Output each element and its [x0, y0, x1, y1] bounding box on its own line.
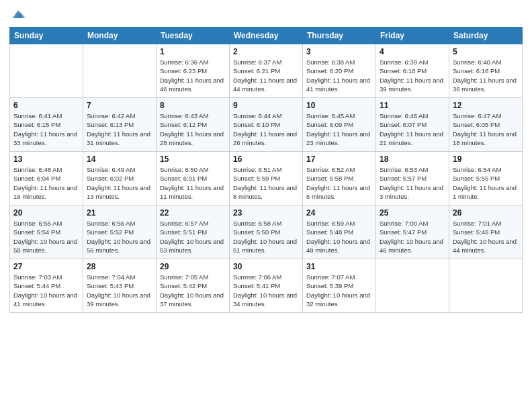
day-number: 27 — [13, 262, 79, 271]
day-number: 3 — [306, 47, 372, 56]
week-row-4: 20Sunrise: 6:55 AM Sunset: 5:54 PM Dayli… — [10, 205, 523, 259]
day-number: 19 — [453, 154, 519, 164]
day-info: Sunrise: 6:55 AM Sunset: 5:54 PM Dayligh… — [13, 219, 79, 255]
calendar-cell: 4Sunrise: 6:39 AM Sunset: 6:18 PM Daylig… — [376, 44, 449, 98]
day-info: Sunrise: 6:51 AM Sunset: 5:59 PM Dayligh… — [233, 165, 299, 201]
day-number: 28 — [87, 262, 152, 271]
day-number: 12 — [453, 101, 519, 110]
calendar-cell: 13Sunrise: 6:48 AM Sunset: 6:04 PM Dayli… — [10, 152, 83, 205]
col-header-thursday: Thursday — [303, 28, 376, 44]
calendar-cell: 1Sunrise: 6:36 AM Sunset: 6:23 PM Daylig… — [157, 44, 230, 98]
week-row-1: 1Sunrise: 6:36 AM Sunset: 6:23 PM Daylig… — [10, 44, 523, 98]
day-number: 20 — [13, 208, 79, 218]
day-number: 17 — [306, 154, 372, 164]
day-info: Sunrise: 6:42 AM Sunset: 6:13 PM Dayligh… — [87, 111, 152, 147]
day-number: 11 — [380, 101, 445, 110]
col-header-friday: Friday — [376, 28, 449, 44]
day-info: Sunrise: 6:45 AM Sunset: 6:09 PM Dayligh… — [306, 111, 372, 147]
calendar-cell: 25Sunrise: 7:00 AM Sunset: 5:47 PM Dayli… — [376, 205, 449, 259]
day-number: 24 — [306, 208, 372, 218]
day-number: 22 — [160, 208, 226, 218]
logo-icon — [11, 7, 26, 21]
calendar-cell: 21Sunrise: 6:56 AM Sunset: 5:52 PM Dayli… — [83, 205, 157, 259]
calendar-cell: 22Sunrise: 6:57 AM Sunset: 5:51 PM Dayli… — [157, 205, 230, 259]
day-info: Sunrise: 6:36 AM Sunset: 6:23 PM Dayligh… — [160, 58, 226, 93]
col-header-saturday: Saturday — [449, 28, 523, 44]
calendar-cell: 28Sunrise: 7:04 AM Sunset: 5:43 PM Dayli… — [83, 259, 157, 313]
day-info: Sunrise: 6:44 AM Sunset: 6:10 PM Dayligh… — [233, 111, 299, 147]
calendar-cell: 30Sunrise: 7:06 AM Sunset: 5:41 PM Dayli… — [230, 259, 303, 313]
col-header-tuesday: Tuesday — [157, 28, 230, 44]
day-number: 5 — [453, 47, 519, 56]
day-info: Sunrise: 7:04 AM Sunset: 5:43 PM Dayligh… — [87, 273, 152, 308]
calendar-cell — [10, 44, 83, 98]
day-info: Sunrise: 6:53 AM Sunset: 5:57 PM Dayligh… — [380, 165, 445, 201]
day-number: 21 — [87, 208, 152, 218]
day-info: Sunrise: 6:58 AM Sunset: 5:50 PM Dayligh… — [233, 219, 299, 255]
calendar-cell: 20Sunrise: 6:55 AM Sunset: 5:54 PM Dayli… — [10, 205, 83, 259]
day-info: Sunrise: 6:43 AM Sunset: 6:12 PM Dayligh… — [160, 111, 226, 147]
day-number: 29 — [160, 262, 226, 271]
calendar-cell: 23Sunrise: 6:58 AM Sunset: 5:50 PM Dayli… — [230, 205, 303, 259]
day-info: Sunrise: 7:07 AM Sunset: 5:39 PM Dayligh… — [306, 273, 372, 308]
day-number: 31 — [306, 262, 372, 271]
day-info: Sunrise: 6:56 AM Sunset: 5:52 PM Dayligh… — [87, 219, 152, 255]
calendar-cell: 26Sunrise: 7:01 AM Sunset: 5:46 PM Dayli… — [449, 205, 523, 259]
day-number: 18 — [380, 154, 445, 164]
calendar-cell: 27Sunrise: 7:03 AM Sunset: 5:44 PM Dayli… — [10, 259, 83, 313]
day-number: 2 — [233, 47, 299, 56]
day-info: Sunrise: 6:37 AM Sunset: 6:21 PM Dayligh… — [233, 58, 299, 93]
day-info: Sunrise: 6:49 AM Sunset: 6:02 PM Dayligh… — [87, 165, 152, 201]
calendar-cell: 16Sunrise: 6:51 AM Sunset: 5:59 PM Dayli… — [230, 152, 303, 205]
day-info: Sunrise: 6:41 AM Sunset: 6:15 PM Dayligh… — [13, 111, 79, 147]
header — [9, 7, 523, 21]
day-info: Sunrise: 6:39 AM Sunset: 6:18 PM Dayligh… — [380, 58, 445, 93]
col-header-monday: Monday — [83, 28, 157, 44]
day-info: Sunrise: 6:40 AM Sunset: 6:16 PM Dayligh… — [453, 58, 519, 93]
day-number: 23 — [233, 208, 299, 218]
page: SundayMondayTuesdayWednesdayThursdayFrid… — [0, 0, 532, 411]
day-number: 15 — [160, 154, 226, 164]
day-number: 30 — [233, 262, 299, 271]
calendar-cell — [449, 259, 523, 313]
calendar-cell: 8Sunrise: 6:43 AM Sunset: 6:12 PM Daylig… — [157, 98, 230, 152]
day-info: Sunrise: 6:47 AM Sunset: 6:05 PM Dayligh… — [453, 111, 519, 147]
calendar-cell: 6Sunrise: 6:41 AM Sunset: 6:15 PM Daylig… — [10, 98, 83, 152]
week-row-3: 13Sunrise: 6:48 AM Sunset: 6:04 PM Dayli… — [10, 152, 523, 205]
calendar-cell: 19Sunrise: 6:54 AM Sunset: 5:55 PM Dayli… — [449, 152, 523, 205]
calendar-cell — [376, 259, 449, 313]
calendar-cell: 24Sunrise: 6:59 AM Sunset: 5:48 PM Dayli… — [303, 205, 376, 259]
calendar-cell: 11Sunrise: 6:46 AM Sunset: 6:07 PM Dayli… — [376, 98, 449, 152]
day-number: 7 — [87, 101, 152, 110]
calendar-cell: 18Sunrise: 6:53 AM Sunset: 5:57 PM Dayli… — [376, 152, 449, 205]
calendar-header-row: SundayMondayTuesdayWednesdayThursdayFrid… — [10, 28, 523, 44]
day-number: 10 — [306, 101, 372, 110]
calendar-cell — [83, 44, 157, 98]
day-info: Sunrise: 6:57 AM Sunset: 5:51 PM Dayligh… — [160, 219, 226, 255]
day-number: 9 — [233, 101, 299, 110]
logo — [9, 7, 26, 21]
day-number: 25 — [380, 208, 445, 218]
day-info: Sunrise: 6:38 AM Sunset: 6:20 PM Dayligh… — [306, 58, 372, 93]
day-number: 4 — [380, 47, 445, 56]
calendar-table: SundayMondayTuesdayWednesdayThursdayFrid… — [9, 27, 523, 313]
calendar-cell: 17Sunrise: 6:52 AM Sunset: 5:58 PM Dayli… — [303, 152, 376, 205]
day-info: Sunrise: 6:50 AM Sunset: 6:01 PM Dayligh… — [160, 165, 226, 201]
calendar-cell: 15Sunrise: 6:50 AM Sunset: 6:01 PM Dayli… — [157, 152, 230, 205]
calendar-cell: 5Sunrise: 6:40 AM Sunset: 6:16 PM Daylig… — [449, 44, 523, 98]
day-info: Sunrise: 7:01 AM Sunset: 5:46 PM Dayligh… — [453, 219, 519, 255]
day-info: Sunrise: 6:52 AM Sunset: 5:58 PM Dayligh… — [306, 165, 372, 201]
calendar-cell: 10Sunrise: 6:45 AM Sunset: 6:09 PM Dayli… — [303, 98, 376, 152]
calendar-cell: 29Sunrise: 7:05 AM Sunset: 5:42 PM Dayli… — [157, 259, 230, 313]
day-info: Sunrise: 7:03 AM Sunset: 5:44 PM Dayligh… — [13, 273, 79, 308]
day-number: 14 — [87, 154, 152, 164]
day-number: 1 — [160, 47, 226, 56]
calendar-cell: 3Sunrise: 6:38 AM Sunset: 6:20 PM Daylig… — [303, 44, 376, 98]
week-row-5: 27Sunrise: 7:03 AM Sunset: 5:44 PM Dayli… — [10, 259, 523, 313]
calendar-cell: 14Sunrise: 6:49 AM Sunset: 6:02 PM Dayli… — [83, 152, 157, 205]
calendar-cell: 9Sunrise: 6:44 AM Sunset: 6:10 PM Daylig… — [230, 98, 303, 152]
col-header-sunday: Sunday — [10, 28, 83, 44]
day-number: 26 — [453, 208, 519, 218]
calendar-cell: 7Sunrise: 6:42 AM Sunset: 6:13 PM Daylig… — [83, 98, 157, 152]
day-number: 6 — [13, 101, 79, 110]
